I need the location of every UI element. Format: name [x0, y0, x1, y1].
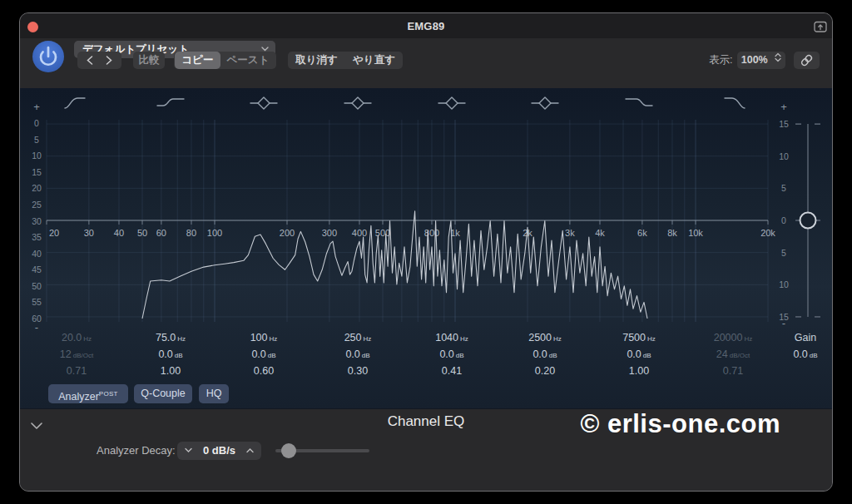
chevron-left-icon[interactable]	[87, 56, 93, 65]
band-value[interactable]: 0.71	[67, 365, 87, 377]
gain-db-label: 10	[779, 279, 789, 289]
peak-icon[interactable]	[249, 95, 279, 111]
analyzer-mode-label: POST	[99, 390, 118, 398]
band-value-unit: dB	[175, 352, 183, 359]
power-button[interactable]	[32, 41, 64, 72]
preset-prev-next[interactable]	[77, 52, 121, 69]
band-value-unit: dB	[456, 352, 464, 359]
band-value[interactable]: 0.71	[723, 365, 743, 377]
band-value[interactable]: 0.41	[442, 365, 462, 377]
analyzer-db-label: 35	[32, 232, 42, 242]
title-bar[interactable]: EMG89	[20, 13, 832, 38]
analyzer-db-label: 40	[32, 249, 42, 259]
band-value[interactable]: 0.0	[158, 348, 172, 360]
freq-tick-label: 4k	[595, 228, 605, 238]
band-value-unit: dB	[810, 352, 818, 359]
band-value[interactable]: 12	[60, 348, 72, 360]
band-value[interactable]: 0.0	[627, 348, 641, 360]
band-value[interactable]: 0.0	[345, 348, 359, 360]
band-value[interactable]: 0.0	[439, 348, 453, 360]
analyzer-decay-stepper[interactable]: 0 dB/s	[177, 442, 261, 460]
power-icon	[32, 41, 64, 72]
hq-button[interactable]: HQ	[199, 384, 229, 403]
analyzer-db-label: 20	[32, 183, 42, 193]
band-value[interactable]: 0.30	[348, 365, 368, 377]
link-button[interactable]	[794, 52, 820, 69]
band-value[interactable]: 1040	[435, 332, 458, 343]
band-value-unit: dB	[268, 352, 276, 359]
undo-button[interactable]: 取り消す	[288, 52, 345, 69]
band-readout: 250Hz0.0dB0.30	[311, 329, 404, 379]
bottom-bar: Channel EQ © erlis-one.com Analyzer Deca…	[20, 408, 832, 492]
copy-button[interactable]: コピー	[175, 52, 220, 69]
analyzer-db-label: 0	[34, 118, 39, 128]
analyzer-db-label: 30	[32, 216, 42, 226]
band-value[interactable]: 7500	[622, 332, 646, 343]
band-value[interactable]: 250	[344, 332, 362, 343]
freq-tick-label: 800	[424, 228, 439, 238]
band-value-unit: Hz	[177, 335, 186, 343]
analyzer-button[interactable]: AnalyzerPOST	[48, 384, 128, 403]
band-value[interactable]: 20.0	[62, 332, 82, 343]
scale-plus-button[interactable]: +	[33, 101, 40, 113]
freq-tick-label: 20	[49, 228, 59, 238]
band-value[interactable]: 2500	[528, 332, 552, 343]
collapse-chevron-icon[interactable]	[30, 421, 43, 431]
band-value-unit: Hz	[553, 335, 562, 343]
scale-plus-button[interactable]: +	[780, 101, 787, 113]
freq-tick-label: 80	[186, 228, 196, 238]
highpass-icon[interactable]	[62, 95, 92, 111]
gain-db-label: 0	[781, 215, 786, 225]
band-value[interactable]: 75.0	[156, 332, 176, 343]
freq-tick-label: 500	[375, 228, 390, 238]
band-value[interactable]: 0.0	[251, 348, 265, 360]
analyzer-db-label: 45	[32, 264, 42, 274]
q-couple-button[interactable]: Q-Couple	[134, 384, 192, 403]
band-value-unit: dB	[549, 352, 557, 359]
plugin-name: Channel EQ	[388, 413, 465, 430]
master-gain-readout: Gain0.0dB	[759, 329, 833, 363]
toolbar: デフォルトプリセット 比較 コピーペースト 取り消すやり直す 表示: 100%	[20, 38, 832, 88]
band-readout: 100Hz0.0dB0.60	[217, 329, 310, 379]
band-value-unit: Hz	[364, 335, 372, 343]
analyzer-db-label: 10	[32, 151, 42, 161]
band-value[interactable]: 100	[250, 332, 268, 343]
band-value[interactable]: 1.00	[161, 365, 181, 377]
band-value[interactable]: 1.00	[629, 365, 649, 377]
gain-db-label: 10	[779, 151, 789, 161]
lowpass-icon[interactable]	[718, 95, 748, 111]
popout-window-icon[interactable]	[814, 21, 827, 32]
band-value[interactable]: 0.0	[532, 348, 547, 360]
low-shelf-icon[interactable]	[156, 95, 186, 111]
band-value[interactable]: 0.0	[793, 348, 807, 360]
peak-icon[interactable]	[437, 95, 467, 111]
copy-paste-group: コピーペースト	[174, 52, 276, 69]
peak-icon[interactable]	[530, 95, 560, 111]
freq-tick-label: 50	[137, 228, 147, 238]
analyzer-decay-slider-thumb[interactable]	[281, 443, 296, 458]
freq-tick-label: 200	[280, 228, 295, 238]
chevron-right-icon[interactable]	[106, 56, 112, 65]
analyzer-db-label: 55	[32, 297, 42, 307]
stepper-up-down-icon[interactable]	[775, 52, 781, 62]
paste-button[interactable]: ペースト	[220, 52, 275, 69]
band-value[interactable]: 24	[716, 348, 728, 360]
band-value-unit: Hz	[647, 335, 656, 343]
compare-button[interactable]: 比較	[133, 52, 165, 69]
redo-button[interactable]: やり直す	[345, 52, 403, 69]
peak-icon[interactable]	[343, 95, 373, 111]
band-value[interactable]: 20000	[714, 332, 743, 343]
freq-tick-label: 30	[84, 228, 94, 238]
view-zoom-stepper[interactable]: 100%	[737, 52, 785, 69]
scale-minus-button[interactable]: -	[782, 317, 785, 329]
analyzer-db-label: 25	[32, 200, 42, 210]
freq-tick-label: 60	[156, 228, 166, 238]
stepper-down-icon[interactable]	[185, 447, 192, 453]
gain-slider-knob[interactable]	[800, 213, 816, 229]
band-readout: 2500Hz0.0dB0.20	[498, 329, 592, 379]
high-shelf-icon[interactable]	[624, 95, 654, 111]
freq-tick-label: 100	[207, 228, 222, 238]
band-value[interactable]: 0.60	[254, 365, 274, 377]
stepper-up-icon[interactable]	[246, 447, 254, 453]
band-value[interactable]: 0.20	[535, 365, 555, 377]
